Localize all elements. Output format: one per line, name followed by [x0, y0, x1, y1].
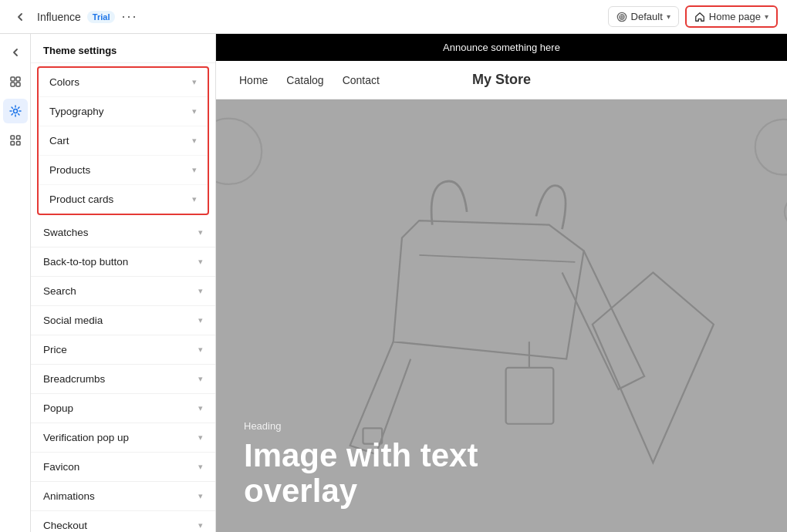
store-name: My Store: [414, 72, 589, 88]
hero-heading-small: Heading: [244, 420, 478, 432]
settings-item-breadcrumbs[interactable]: Breadcrumbs ▾: [31, 365, 215, 394]
hero-heading-large: Image with textoverlay: [244, 438, 478, 509]
settings-item-checkout[interactable]: Checkout ▾: [31, 511, 215, 532]
settings-item-search[interactable]: Search ▾: [31, 277, 215, 306]
svg-rect-9: [16, 136, 20, 140]
sidebar-back-icon[interactable]: [3, 40, 28, 65]
breadcrumbs-chevron: ▾: [198, 374, 203, 384]
store-nav-links: Home Catalog Contact: [239, 74, 414, 86]
default-label: Default: [631, 11, 663, 22]
top-bar: Influence Trial ··· Default ▾ Home page …: [0, 0, 787, 34]
main-layout: Theme settings Colors ▾ Typography ▾ Car…: [0, 34, 787, 532]
settings-item-price[interactable]: Price ▾: [31, 335, 215, 365]
favicon-chevron: ▾: [198, 462, 203, 472]
icon-sidebar: [0, 34, 31, 532]
hero-area: Heading Image with textoverlay: [216, 99, 787, 532]
social-media-chevron: ▾: [198, 315, 203, 325]
settings-item-product-cards[interactable]: Product cards ▾: [39, 185, 208, 214]
settings-item-popup[interactable]: Popup ▾: [31, 394, 215, 423]
settings-item-back-to-top[interactable]: Back-to-top button ▾: [31, 247, 215, 277]
settings-item-typography[interactable]: Typography ▾: [39, 97, 208, 126]
app-name: Influence: [37, 11, 81, 23]
cart-chevron: ▾: [192, 136, 197, 146]
svg-rect-5: [11, 82, 15, 86]
settings-item-social-media[interactable]: Social media ▾: [31, 306, 215, 335]
colors-chevron: ▾: [192, 77, 197, 87]
svg-rect-11: [16, 142, 20, 146]
popup-chevron: ▾: [198, 403, 203, 413]
hero-text-overlay: Heading Image with textoverlay: [244, 420, 478, 509]
settings-item-verification-popup[interactable]: Verification pop up ▾: [31, 423, 215, 453]
svg-rect-10: [11, 142, 15, 146]
preview-area: Announce something here Home Catalog Con…: [216, 34, 787, 532]
settings-item-swatches[interactable]: Swatches ▾: [31, 218, 215, 247]
top-bar-left: Influence Trial ···: [9, 6, 600, 28]
nav-link-catalog[interactable]: Catalog: [286, 74, 323, 86]
price-chevron: ▾: [198, 345, 203, 355]
settings-item-products[interactable]: Products ▾: [39, 156, 208, 185]
back-to-top-chevron: ▾: [198, 257, 203, 267]
home-page-chevron: ▾: [765, 12, 768, 21]
settings-item-cart[interactable]: Cart ▾: [39, 126, 208, 156]
announcement-bar: Announce something here: [216, 34, 787, 61]
settings-item-animations[interactable]: Animations ▾: [31, 482, 215, 511]
swatches-chevron: ▾: [198, 227, 203, 237]
sidebar-sections-icon[interactable]: [3, 69, 28, 94]
svg-rect-6: [16, 82, 20, 86]
settings-item-favicon[interactable]: Favicon ▾: [31, 453, 215, 482]
checkout-chevron: ▾: [198, 520, 203, 530]
red-border-group: Colors ▾ Typography ▾ Cart ▾ Products ▾ …: [37, 66, 209, 215]
svg-point-7: [13, 109, 17, 113]
svg-rect-3: [11, 77, 15, 81]
sidebar-settings-icon[interactable]: [3, 99, 28, 123]
more-button[interactable]: ···: [121, 8, 137, 25]
svg-rect-8: [11, 136, 15, 140]
svg-rect-4: [16, 77, 20, 81]
home-page-label: Home page: [709, 11, 761, 22]
nav-link-contact[interactable]: Contact: [343, 74, 380, 86]
animations-chevron: ▾: [198, 491, 203, 501]
store-top-nav: Home Catalog Contact My Store: [216, 61, 787, 99]
panel-title: Theme settings: [31, 34, 215, 63]
sidebar-apps-icon[interactable]: [3, 128, 28, 153]
products-chevron: ▾: [192, 165, 197, 175]
typography-chevron: ▾: [192, 106, 197, 116]
announce-text: Announce something here: [443, 42, 560, 53]
verification-popup-chevron: ▾: [198, 433, 203, 443]
top-bar-center: Default ▾ Home page ▾: [608, 5, 778, 28]
default-button[interactable]: Default ▾: [608, 6, 679, 27]
default-chevron: ▾: [667, 12, 670, 21]
back-button[interactable]: [9, 6, 31, 28]
settings-panel-inner: Colors ▾ Typography ▾ Cart ▾ Products ▾ …: [31, 63, 215, 532]
search-chevron: ▾: [198, 286, 203, 296]
settings-item-colors[interactable]: Colors ▾: [39, 68, 208, 97]
settings-panel: Theme settings Colors ▾ Typography ▾ Car…: [31, 34, 216, 532]
home-page-button[interactable]: Home page ▾: [685, 5, 778, 28]
nav-link-home[interactable]: Home: [239, 74, 268, 86]
product-cards-chevron: ▾: [192, 194, 197, 204]
trial-badge: Trial: [87, 11, 116, 23]
